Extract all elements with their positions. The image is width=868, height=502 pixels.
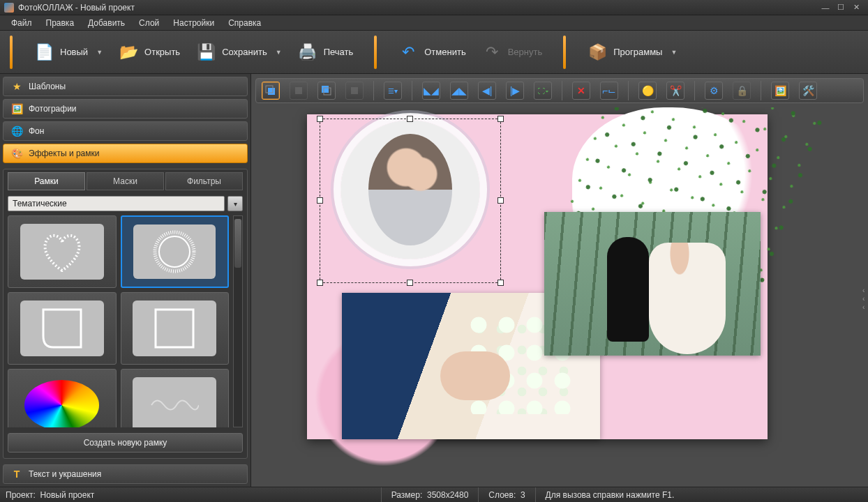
status-hint: Для вызова справки нажмите F1. [535,487,862,502]
collage-canvas[interactable] [307,114,768,439]
toolbar-separator [562,81,562,100]
frame-thumb-circle-lace[interactable] [121,215,230,288]
resize-handle-ne[interactable] [497,116,504,122]
redo-button[interactable]: ↷ Вернуть [477,40,547,65]
toolbar-separator-icon [563,36,566,69]
menu-add[interactable]: Добавить [82,17,130,29]
tool-flip-v[interactable]: ◢◣ [450,82,468,100]
programs-button[interactable]: 📦 Программы▼ [583,40,681,65]
frame-thumb-paper-fold[interactable] [8,292,117,365]
resize-handle-nw[interactable] [317,116,323,122]
app-logo-icon [4,3,14,13]
tool-edit[interactable]: 🟡 [638,82,657,100]
scrollbar-handle[interactable] [234,219,241,268]
tool-crop[interactable]: ⌐⌙ [600,82,618,100]
subtab-masks[interactable]: Маски [87,172,164,190]
frame-thumb-square[interactable] [121,292,230,365]
frame-thumb-heart[interactable] [8,215,117,288]
effects-panel: Рамки Маски Фильтры Тематические ▾ [3,169,248,459]
text-icon: T [10,468,23,480]
star-icon: ★ [10,80,23,93]
sidebar-item-templates[interactable]: ★ Шаблоны [3,77,248,96]
frame-thumb-ornate[interactable] [121,369,230,427]
titlebar: ФотоКОЛЛАЖ - Новый проект — ☐ ✕ [0,0,868,15]
subtab-frames[interactable]: Рамки [8,172,85,190]
sidebar-item-background[interactable]: 🌐 Фон [3,121,248,141]
menu-edit[interactable]: Правка [40,17,80,29]
scissors-icon: ✂️ [670,85,682,96]
photo-layer-couple[interactable] [544,212,761,356]
resize-handle-sw[interactable] [317,280,323,286]
tool-layer-front[interactable] [262,82,280,100]
panel-collapse-handle[interactable]: ‹ ‹ ‹ [862,287,867,307]
resize-handle-se[interactable] [497,280,504,286]
tool-layer-forward[interactable] [290,82,308,100]
status-project: Проект: Новый проект [6,487,104,502]
tool-align[interactable]: ☰▾ [384,82,402,100]
tool-cut[interactable]: ✂️ [666,82,684,100]
tool-image-settings[interactable]: 🛠️ [799,82,817,100]
tool-mirror-v[interactable]: |▶ [506,82,524,100]
globe-icon: 🌐 [10,125,23,137]
rainbow-frame-icon [24,380,99,427]
tool-delete[interactable]: ✕ [572,82,590,100]
close-button[interactable]: ✕ [848,2,864,13]
photo-icon: 🖼️ [10,102,23,115]
new-file-icon: 📄 [33,43,54,62]
thumbnails-scrollbar[interactable] [233,215,243,427]
resize-handle-e[interactable] [497,197,504,204]
category-dropdown-button[interactable]: ▾ [227,196,243,211]
svg-rect-3 [268,88,275,95]
sidebar-item-effects[interactable]: 🎨 Эффекты и рамки [3,144,248,163]
tool-flip-h[interactable]: ◣◢ [422,82,440,100]
lock-icon: 🔒 [736,85,748,96]
create-new-frame-button[interactable]: Создать новую рамку [8,433,243,452]
ornate-frame-icon [150,395,199,416]
category-select[interactable]: Тематические [8,196,225,211]
minimize-button[interactable]: — [818,2,833,13]
main-toolbar: 📄 Новый▼ 📂 Открыть 💾 Сохранить▼ 🖨️ Печат… [0,31,868,74]
status-layers: Слоев: 3 [478,487,534,502]
open-button[interactable]: 📂 Открыть [114,40,184,65]
svg-rect-5 [295,87,302,94]
app-window: ФотоКОЛЛАЖ - Новый проект — ☐ ✕ Файл Пра… [0,0,868,502]
body: ★ Шаблоны 🖼️ Фотографии 🌐 Фон 🎨 Эффекты … [0,74,868,487]
maximize-button[interactable]: ☐ [833,2,848,13]
gear-icon: ⚙ [710,85,719,96]
save-button[interactable]: 💾 Сохранить▼ [191,40,286,65]
tool-settings[interactable]: ⚙ [705,82,723,100]
print-button[interactable]: 🖨️ Печать [293,40,358,65]
add-image-icon: 🖼️ [775,85,786,96]
undo-button[interactable]: ↶ Отменить [394,40,470,65]
sidebar: ★ Шаблоны 🖼️ Фотографии 🌐 Фон 🎨 Эффекты … [0,74,251,487]
canvas-viewport[interactable]: ‹ ‹ ‹ [251,107,868,487]
selection-box[interactable] [320,119,501,283]
tool-mirror-h[interactable]: ◀| [478,82,496,100]
menu-file[interactable]: Файл [6,17,38,29]
tool-fit[interactable]: ⛶▾ [534,82,552,100]
image-gear-icon: 🛠️ [802,85,814,96]
toolbar-separator [373,81,374,100]
tool-lock[interactable]: 🔒 [733,82,751,100]
sidebar-item-text-decorations[interactable]: T Текст и украшения [3,464,248,484]
open-folder-icon: 📂 [118,43,139,62]
delete-icon: ✕ [577,85,585,96]
resize-handle-w[interactable] [317,197,323,204]
statusbar: Проект: Новый проект Размер: 3508x2480 С… [0,487,868,502]
menu-layer[interactable]: Слой [133,17,165,29]
circle-lace-frame-icon [150,227,199,276]
send-back-icon [321,85,332,96]
new-button[interactable]: 📄 Новый▼ [29,40,107,65]
send-backward-icon [349,85,360,96]
subtab-filters[interactable]: Фильтры [165,172,243,190]
tool-layer-backward[interactable] [345,82,364,100]
menu-settings[interactable]: Настройки [167,17,220,29]
svg-rect-2 [156,310,193,347]
tool-add-image[interactable]: 🖼️ [771,82,789,100]
menu-help[interactable]: Справка [223,17,267,29]
frame-thumb-rainbow[interactable] [8,369,117,427]
resize-handle-s[interactable] [407,280,413,286]
resize-handle-n[interactable] [407,116,413,122]
tool-layer-back[interactable] [317,82,336,100]
sidebar-item-photos[interactable]: 🖼️ Фотографии [3,99,248,119]
